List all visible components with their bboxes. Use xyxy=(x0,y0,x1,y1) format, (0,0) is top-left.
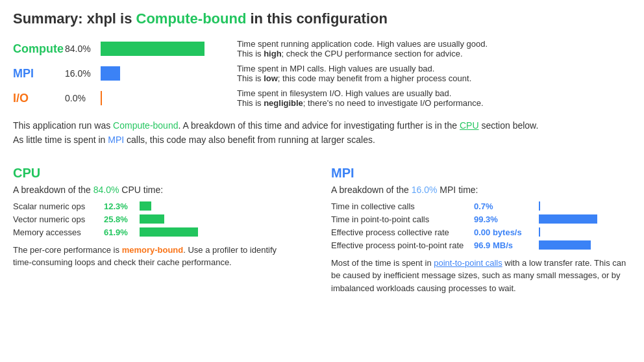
mpi-breakdown-text: A breakdown of the 16.0% MPI time: xyxy=(331,185,631,195)
compute-bar-fill xyxy=(101,42,204,56)
mpi-collective-bar xyxy=(539,201,540,211)
mpi-p2p-label: Time in point-to-point calls xyxy=(331,214,474,224)
mpi-p2p-bar xyxy=(539,214,597,224)
cpu-section-title: CPU xyxy=(13,166,312,181)
summary-bars: Compute 84.0% Time spent running applica… xyxy=(13,39,631,108)
vector-ops-row: Vector numeric ops 25.8% xyxy=(13,214,312,224)
scalar-value: 12.3% xyxy=(104,201,140,211)
mpi-link[interactable]: MPI xyxy=(108,135,124,145)
mpi-p2p-value: 99.3% xyxy=(474,214,539,224)
mpi-eff-p2p-row: Effective process point-to-point rate 96… xyxy=(331,240,631,250)
memory-ops-row: Memory accesses 61.9% xyxy=(13,227,312,237)
mpi-section-title: MPI xyxy=(331,166,631,181)
vector-value: 25.8% xyxy=(104,214,140,224)
mpi-bar-visual xyxy=(101,66,217,81)
compute-bar-row: Compute 84.0% Time spent running applica… xyxy=(13,39,631,58)
two-column-section: CPU A breakdown of the 84.0% CPU time: S… xyxy=(13,166,631,295)
page-title: Summary: xhpl is Compute-bound in this c… xyxy=(13,10,631,27)
cpu-section: CPU A breakdown of the 84.0% CPU time: S… xyxy=(13,166,312,295)
mpi-eff-p2p-value: 96.9 MB/s xyxy=(474,240,539,250)
mpi-percent: 16.0% xyxy=(65,68,101,79)
mpi-bar-fill xyxy=(101,66,120,81)
compute-label: Compute xyxy=(13,42,65,56)
mpi-collective-label: Time in collective calls xyxy=(331,201,474,211)
io-bar-desc: Time spent in filesystem I/O. High value… xyxy=(237,88,484,108)
compute-bar-desc: Time spent running application code. Hig… xyxy=(237,39,488,58)
summary-paragraph: This application run was Compute-bound. … xyxy=(13,118,631,148)
cpu-note: The per-core performance is memory-bound… xyxy=(13,244,292,269)
mpi-eff-p2p-label: Effective process point-to-point rate xyxy=(331,240,474,250)
mpi-note: Most of the time is spent in point-to-po… xyxy=(331,257,631,295)
io-bar-visual xyxy=(101,91,217,105)
mpi-p2p-row: Time in point-to-point calls 99.3% xyxy=(331,214,631,224)
mpi-p2p-link[interactable]: point-to-point calls xyxy=(434,258,502,268)
mpi-section: MPI A breakdown of the 16.0% MPI time: T… xyxy=(331,166,631,295)
scalar-ops-row: Scalar numeric ops 12.3% xyxy=(13,201,312,211)
memory-value: 61.9% xyxy=(104,227,140,237)
io-bar-row: I/O 0.0% Time spent in filesystem I/O. H… xyxy=(13,88,631,108)
cpu-breakdown-text: A breakdown of the 84.0% CPU time: xyxy=(13,185,312,195)
memory-bar xyxy=(140,227,198,237)
compute-bar-visual xyxy=(101,42,217,56)
compute-percent: 84.0% xyxy=(65,44,101,54)
mpi-eff-coll-value: 0.00 bytes/s xyxy=(474,227,539,237)
vector-label: Vector numeric ops xyxy=(13,214,104,224)
io-percent: 0.0% xyxy=(65,93,101,103)
memory-label: Memory accesses xyxy=(13,227,104,237)
vector-bar xyxy=(140,214,164,224)
mpi-eff-p2p-bar xyxy=(539,240,591,250)
scalar-bar xyxy=(140,201,151,211)
mpi-collective-row: Time in collective calls 0.7% xyxy=(331,201,631,211)
mpi-bar-row: MPI 16.0% Time spent in MPI calls. High … xyxy=(13,64,631,83)
scalar-label: Scalar numeric ops xyxy=(13,201,104,211)
io-label: I/O xyxy=(13,92,65,105)
cpu-link[interactable]: CPU xyxy=(460,120,479,131)
mpi-bar-desc: Time spent in MPI calls. High values are… xyxy=(237,64,471,83)
mpi-eff-coll-label: Effective process collective rate xyxy=(331,227,474,237)
mpi-eff-coll-bar xyxy=(539,227,540,237)
io-bar-fill xyxy=(101,91,102,105)
mpi-eff-coll-row: Effective process collective rate 0.00 b… xyxy=(331,227,631,237)
mpi-collective-value: 0.7% xyxy=(474,201,539,211)
mpi-label: MPI xyxy=(13,67,65,81)
